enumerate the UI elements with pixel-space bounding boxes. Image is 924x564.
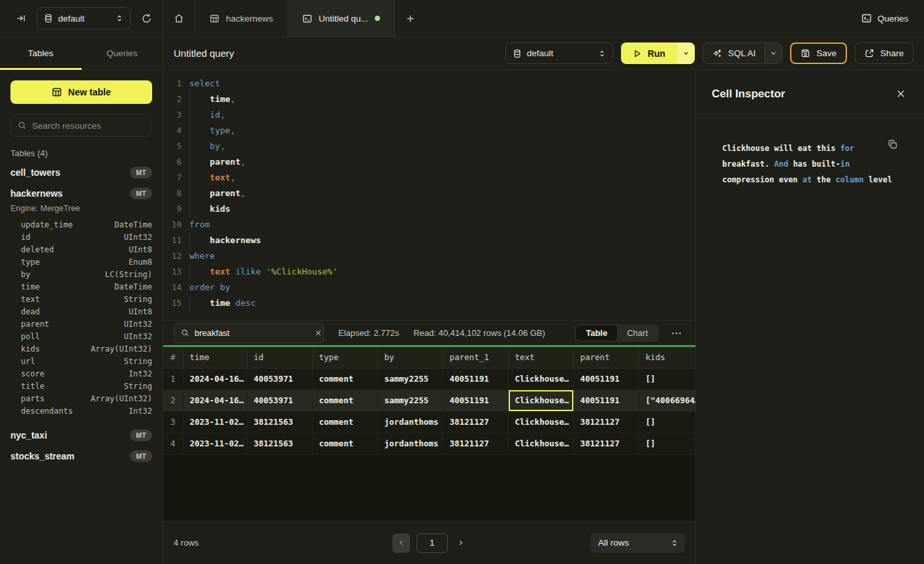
- terminal-icon: [302, 14, 312, 24]
- more-options-icon[interactable]: [668, 325, 685, 342]
- column-header[interactable]: parent: [573, 347, 639, 368]
- engine-badge: MT: [130, 450, 152, 462]
- table-cell[interactable]: comment: [312, 411, 377, 433]
- code-text: from: [182, 217, 695, 233]
- share-button[interactable]: Share: [855, 42, 914, 64]
- column-header[interactable]: by: [377, 347, 443, 368]
- table-cell[interactable]: 40051191: [573, 390, 639, 411]
- sidebar-tab-tables[interactable]: Tables: [0, 37, 82, 69]
- cell-value-text: Clickhouse will eat this for breakfast. …: [722, 141, 900, 188]
- table-cell[interactable]: 38121127: [573, 411, 639, 433]
- table-cell[interactable]: 2023-11-02…: [183, 411, 247, 433]
- field-type: LC(String): [105, 270, 152, 279]
- table-cell[interactable]: []: [639, 368, 695, 390]
- table-cell[interactable]: 40053971: [247, 390, 312, 411]
- column-header[interactable]: id: [247, 347, 312, 368]
- close-icon[interactable]: [893, 86, 908, 101]
- column-header[interactable]: time: [183, 347, 247, 368]
- page-number-input[interactable]: [417, 533, 448, 553]
- view-tab-chart[interactable]: Chart: [617, 325, 658, 340]
- table-cell[interactable]: 38121127: [443, 433, 508, 454]
- table-cell[interactable]: Clickhouse…: [508, 433, 573, 454]
- run-options-button[interactable]: [677, 42, 695, 64]
- table-cell[interactable]: 2024-04-16…: [183, 368, 247, 390]
- table-cell[interactable]: comment: [312, 390, 377, 411]
- sidebar-tab-queries[interactable]: Queries: [82, 37, 163, 69]
- tab-untitled-query[interactable]: Untitled qu...: [288, 0, 395, 37]
- table-cell[interactable]: 38121127: [443, 411, 508, 433]
- sql-editor[interactable]: 1select2 time,3 id,4 type,5 by,6 parent,…: [163, 70, 695, 320]
- sidebar-search-input[interactable]: [32, 121, 145, 131]
- sidebar-table-item[interactable]: stocks_streamMT: [0, 446, 163, 467]
- tab-hackernews[interactable]: hackernews: [195, 0, 288, 37]
- prev-page-button[interactable]: [392, 533, 410, 553]
- next-page-button[interactable]: [454, 537, 467, 549]
- view-tab-table[interactable]: Table: [576, 325, 617, 340]
- table-cell[interactable]: 2024-04-16…: [183, 390, 247, 411]
- code-text: text,: [182, 170, 695, 186]
- results-search-input[interactable]: [195, 328, 310, 338]
- table-cell[interactable]: sammy2255: [377, 390, 443, 411]
- table-cell[interactable]: 40051191: [573, 368, 639, 390]
- top-bar: default hackernews Untitled qu...: [0, 0, 924, 37]
- table-cell[interactable]: 38121127: [573, 433, 639, 454]
- table-cell[interactable]: Clickhouse…: [508, 368, 573, 390]
- refresh-icon[interactable]: [138, 10, 155, 27]
- table-cell[interactable]: jordanthoms: [377, 411, 443, 433]
- topbar-database-selector[interactable]: default: [37, 7, 131, 29]
- table-cell[interactable]: 40051191: [443, 368, 508, 390]
- table-cell[interactable]: Clickhouse…: [508, 411, 573, 433]
- table-cell[interactable]: jordanthoms: [377, 433, 443, 454]
- editor-line: 11 hackernews: [163, 233, 695, 248]
- collapse-sidebar-icon[interactable]: [13, 10, 29, 26]
- column-header[interactable]: type: [312, 347, 377, 368]
- table-cell[interactable]: 2023-11-02…: [183, 433, 247, 454]
- cell-inspector-title: Cell Inspector: [712, 88, 785, 101]
- sparkles-icon: [712, 48, 722, 58]
- indent-guide: [189, 91, 190, 107]
- schema-field: partsArray(UInt32): [0, 392, 163, 405]
- column-header[interactable]: #: [163, 347, 183, 368]
- queries-button[interactable]: Queries: [861, 13, 908, 24]
- table-cell[interactable]: 40051191: [443, 390, 508, 411]
- sql-ai-button[interactable]: SQL AI: [703, 43, 765, 63]
- tab-home[interactable]: [163, 0, 195, 37]
- code-text: by,: [182, 139, 695, 154]
- table-cell[interactable]: sammy2255: [377, 368, 443, 390]
- table-name: cell_towers: [10, 167, 60, 178]
- tab-label: Untitled qu...: [319, 14, 368, 24]
- table-cell[interactable]: 38121563: [247, 433, 312, 454]
- sidebar-table-item[interactable]: cell_towersMT: [0, 162, 163, 183]
- clear-icon[interactable]: [315, 329, 322, 337]
- table-cell[interactable]: Clickhouse…: [508, 390, 573, 411]
- table-cell[interactable]: 38121563: [247, 411, 312, 433]
- table-cell[interactable]: 40053971: [247, 368, 312, 390]
- table-cell[interactable]: comment: [312, 368, 377, 390]
- sql-ai-options-button[interactable]: [765, 43, 782, 63]
- code-text: time,: [182, 91, 695, 107]
- table-cell[interactable]: ["40066964…: [639, 390, 695, 411]
- sidebar-table-item[interactable]: nyc_taxiMT: [0, 425, 163, 446]
- add-tab-button[interactable]: [395, 0, 426, 37]
- code-text: type,: [182, 123, 695, 139]
- editor-line: 13 text ilike '%ClickHouse%': [163, 264, 695, 280]
- page-size-selector[interactable]: All rows: [590, 533, 685, 553]
- code-text: parent,: [182, 154, 695, 170]
- table-cell[interactable]: comment: [312, 433, 377, 454]
- table-name: nyc_taxi: [10, 430, 47, 440]
- query-database-selector[interactable]: default: [505, 42, 613, 64]
- sidebar-table-item[interactable]: hackernewsMT: [0, 183, 163, 204]
- run-button[interactable]: Run: [621, 42, 677, 64]
- table-cell[interactable]: []: [639, 411, 695, 433]
- column-header[interactable]: text: [508, 347, 573, 368]
- results-search[interactable]: [174, 323, 324, 343]
- table-cell[interactable]: []: [639, 433, 695, 454]
- new-table-button[interactable]: New table: [10, 80, 152, 104]
- sidebar-search[interactable]: [10, 114, 152, 137]
- copy-icon[interactable]: [886, 138, 899, 151]
- column-header[interactable]: parent_1: [443, 347, 508, 368]
- save-button[interactable]: Save: [790, 42, 847, 64]
- chevron-updown-icon: [116, 14, 123, 22]
- column-header[interactable]: kids: [639, 347, 695, 368]
- share-label: Share: [880, 48, 904, 58]
